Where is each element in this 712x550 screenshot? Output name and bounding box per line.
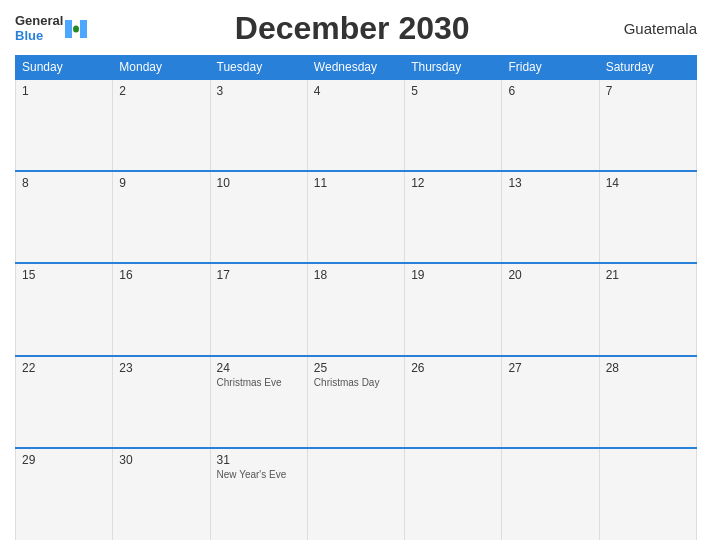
day-number: 3 bbox=[217, 84, 301, 98]
calendar-cell: 28 bbox=[599, 356, 696, 448]
calendar-cell: 22 bbox=[16, 356, 113, 448]
day-number: 18 bbox=[314, 268, 398, 282]
day-number: 27 bbox=[508, 361, 592, 375]
day-number: 31 bbox=[217, 453, 301, 467]
header-wednesday: Wednesday bbox=[307, 56, 404, 80]
calendar-week-row: 15161718192021 bbox=[16, 263, 697, 355]
day-number: 17 bbox=[217, 268, 301, 282]
day-number: 5 bbox=[411, 84, 495, 98]
calendar-cell: 24Christmas Eve bbox=[210, 356, 307, 448]
calendar-cell: 9 bbox=[113, 171, 210, 263]
calendar-week-row: 222324Christmas Eve25Christmas Day262728 bbox=[16, 356, 697, 448]
day-number: 26 bbox=[411, 361, 495, 375]
day-number: 10 bbox=[217, 176, 301, 190]
holiday-name: New Year's Eve bbox=[217, 469, 301, 480]
day-number: 4 bbox=[314, 84, 398, 98]
calendar-cell: 16 bbox=[113, 263, 210, 355]
logo-text: General Blue bbox=[15, 14, 63, 43]
svg-rect-0 bbox=[65, 20, 72, 38]
day-number: 7 bbox=[606, 84, 690, 98]
day-number: 13 bbox=[508, 176, 592, 190]
calendar-cell: 6 bbox=[502, 79, 599, 171]
calendar-cell: 17 bbox=[210, 263, 307, 355]
calendar-cell bbox=[599, 448, 696, 540]
svg-point-3 bbox=[73, 25, 79, 32]
day-number: 28 bbox=[606, 361, 690, 375]
calendar-cell bbox=[405, 448, 502, 540]
calendar-cell: 14 bbox=[599, 171, 696, 263]
day-number: 11 bbox=[314, 176, 398, 190]
calendar-cell: 8 bbox=[16, 171, 113, 263]
svg-rect-2 bbox=[80, 20, 87, 38]
calendar-cell: 26 bbox=[405, 356, 502, 448]
logo: General Blue bbox=[15, 14, 87, 43]
calendar-week-row: 293031New Year's Eve bbox=[16, 448, 697, 540]
day-number: 25 bbox=[314, 361, 398, 375]
calendar-cell: 23 bbox=[113, 356, 210, 448]
header: General Blue December 2030 Guatemala bbox=[15, 10, 697, 47]
day-number: 23 bbox=[119, 361, 203, 375]
calendar-cell: 7 bbox=[599, 79, 696, 171]
day-number: 20 bbox=[508, 268, 592, 282]
country-label: Guatemala bbox=[617, 20, 697, 37]
calendar-cell: 20 bbox=[502, 263, 599, 355]
day-number: 12 bbox=[411, 176, 495, 190]
calendar-cell: 15 bbox=[16, 263, 113, 355]
day-number: 14 bbox=[606, 176, 690, 190]
calendar-cell: 10 bbox=[210, 171, 307, 263]
day-number: 1 bbox=[22, 84, 106, 98]
calendar-cell bbox=[502, 448, 599, 540]
calendar-cell: 31New Year's Eve bbox=[210, 448, 307, 540]
calendar-cell: 21 bbox=[599, 263, 696, 355]
calendar-cell: 19 bbox=[405, 263, 502, 355]
holiday-name: Christmas Day bbox=[314, 377, 398, 388]
calendar-cell bbox=[307, 448, 404, 540]
day-number: 16 bbox=[119, 268, 203, 282]
logo-flag-icon bbox=[65, 18, 87, 40]
calendar-table: Sunday Monday Tuesday Wednesday Thursday… bbox=[15, 55, 697, 540]
calendar-container: General Blue December 2030 Guatemala Sun… bbox=[0, 0, 712, 550]
day-number: 29 bbox=[22, 453, 106, 467]
calendar-cell: 27 bbox=[502, 356, 599, 448]
calendar-cell: 30 bbox=[113, 448, 210, 540]
calendar-cell: 3 bbox=[210, 79, 307, 171]
header-sunday: Sunday bbox=[16, 56, 113, 80]
day-number: 8 bbox=[22, 176, 106, 190]
calendar-cell: 12 bbox=[405, 171, 502, 263]
calendar-cell: 25Christmas Day bbox=[307, 356, 404, 448]
header-tuesday: Tuesday bbox=[210, 56, 307, 80]
calendar-week-row: 891011121314 bbox=[16, 171, 697, 263]
weekday-header-row: Sunday Monday Tuesday Wednesday Thursday… bbox=[16, 56, 697, 80]
day-number: 6 bbox=[508, 84, 592, 98]
logo-general-text: General bbox=[15, 14, 63, 28]
calendar-cell: 5 bbox=[405, 79, 502, 171]
calendar-cell: 2 bbox=[113, 79, 210, 171]
calendar-cell: 13 bbox=[502, 171, 599, 263]
calendar-cell: 29 bbox=[16, 448, 113, 540]
day-number: 15 bbox=[22, 268, 106, 282]
day-number: 24 bbox=[217, 361, 301, 375]
header-friday: Friday bbox=[502, 56, 599, 80]
calendar-cell: 4 bbox=[307, 79, 404, 171]
header-monday: Monday bbox=[113, 56, 210, 80]
calendar-cell: 11 bbox=[307, 171, 404, 263]
day-number: 30 bbox=[119, 453, 203, 467]
calendar-cell: 1 bbox=[16, 79, 113, 171]
day-number: 22 bbox=[22, 361, 106, 375]
holiday-name: Christmas Eve bbox=[217, 377, 301, 388]
calendar-week-row: 1234567 bbox=[16, 79, 697, 171]
calendar-title: December 2030 bbox=[87, 10, 617, 47]
calendar-cell: 18 bbox=[307, 263, 404, 355]
logo-blue-text: Blue bbox=[15, 29, 63, 43]
day-number: 9 bbox=[119, 176, 203, 190]
header-saturday: Saturday bbox=[599, 56, 696, 80]
day-number: 21 bbox=[606, 268, 690, 282]
day-number: 2 bbox=[119, 84, 203, 98]
header-thursday: Thursday bbox=[405, 56, 502, 80]
day-number: 19 bbox=[411, 268, 495, 282]
